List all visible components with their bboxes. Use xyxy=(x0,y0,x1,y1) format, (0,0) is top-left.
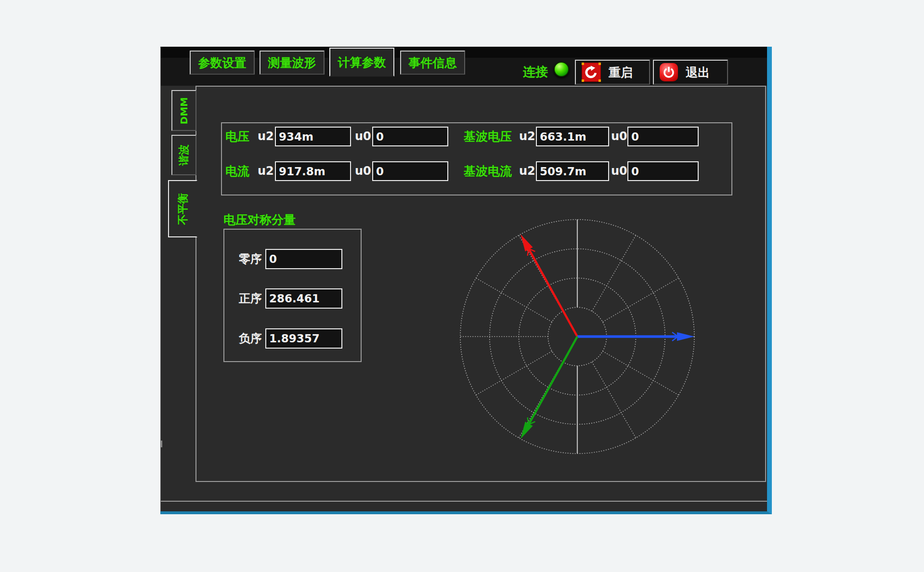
left-edge-notch xyxy=(161,441,162,447)
voltage-u0-input[interactable] xyxy=(372,127,448,146)
current-u0-label: u0 xyxy=(355,161,371,182)
sidetab-unbalance-label: 不平衡 xyxy=(176,193,190,225)
window-bottom-divider xyxy=(161,501,767,502)
phasor-chart-svg xyxy=(452,211,703,462)
measurement-frame: 电压 u2 u0 基波电压 u2 u0 电流 u2 u0 基波电流 u2 xyxy=(221,122,732,195)
sidetab-unbalance[interactable]: 不平衡 xyxy=(168,180,197,237)
fundamental-current-u0-input[interactable] xyxy=(627,161,699,181)
window-body: 参数设置 测量波形 计算参数 事件信息 连接 重启 退 xyxy=(160,47,767,511)
fundamental-current-u0-label: u0 xyxy=(611,161,627,182)
zero-sequence-label: 零序 xyxy=(234,249,262,269)
restart-icon xyxy=(582,63,601,82)
fundamental-voltage-label: 基波电压 xyxy=(464,126,512,147)
current-u0-input[interactable] xyxy=(372,161,448,181)
positive-sequence-label: 正序 xyxy=(234,288,262,309)
symmetrical-components-frame: 零序 正序 负序 xyxy=(223,229,362,362)
voltage-row: 电压 u2 u0 基波电压 u2 u0 xyxy=(222,126,731,147)
zero-sequence-row: 零序 xyxy=(224,249,361,269)
voltage-u2-label: u2 xyxy=(258,126,274,147)
tab-event-info[interactable]: 事件信息 xyxy=(400,51,465,75)
connection-led-icon xyxy=(554,62,569,77)
sidetab-harmonics[interactable]: 谐波 xyxy=(171,135,196,175)
tab-measure-waveform[interactable]: 测量波形 xyxy=(260,51,325,75)
app-window: 参数设置 测量波形 计算参数 事件信息 连接 重启 退 xyxy=(160,47,772,514)
symmetrical-components-title: 电压对称分量 xyxy=(223,212,296,228)
fundamental-current-label: 基波电流 xyxy=(464,161,512,182)
negative-sequence-label: 负序 xyxy=(234,328,262,349)
tab-calculate-parameters[interactable]: 计算参数 xyxy=(329,48,394,77)
current-row: 电流 u2 u0 基波电流 u2 u0 xyxy=(222,161,731,182)
voltage-label: 电压 xyxy=(225,126,249,147)
current-u2-input[interactable] xyxy=(275,161,351,181)
restart-button[interactable]: 重启 xyxy=(575,60,650,85)
exit-button-label: 退出 xyxy=(686,65,710,80)
negative-sequence-input[interactable] xyxy=(265,328,342,349)
voltage-u0-label: u0 xyxy=(355,126,371,147)
power-icon xyxy=(660,63,678,81)
fundamental-current-u2-input[interactable] xyxy=(536,161,609,181)
fundamental-current-u2-label: u2 xyxy=(519,161,535,182)
tab-parameter-settings[interactable]: 参数设置 xyxy=(190,51,255,75)
connection-label: 连接 xyxy=(523,64,548,80)
fundamental-voltage-u2-label: u2 xyxy=(519,126,535,147)
zero-sequence-input[interactable] xyxy=(265,249,342,269)
current-u2-label: u2 xyxy=(258,161,274,182)
exit-button[interactable]: 退出 xyxy=(653,60,728,85)
restart-button-label: 重启 xyxy=(609,65,633,80)
negative-sequence-row: 负序 xyxy=(224,328,361,349)
sidetab-harmonics-label: 谐波 xyxy=(177,144,191,166)
positive-sequence-input[interactable] xyxy=(265,288,342,309)
sidetab-dmm-label: DMM xyxy=(178,97,190,124)
positive-sequence-row: 正序 xyxy=(224,288,361,309)
current-label: 电流 xyxy=(225,161,249,182)
fundamental-voltage-u0-input[interactable] xyxy=(627,127,699,146)
sidetab-dmm[interactable]: DMM xyxy=(171,90,196,131)
phasor-chart xyxy=(452,211,703,462)
fundamental-voltage-u0-label: u0 xyxy=(611,126,627,147)
fundamental-voltage-u2-input[interactable] xyxy=(536,127,609,146)
voltage-u2-input[interactable] xyxy=(275,127,351,146)
